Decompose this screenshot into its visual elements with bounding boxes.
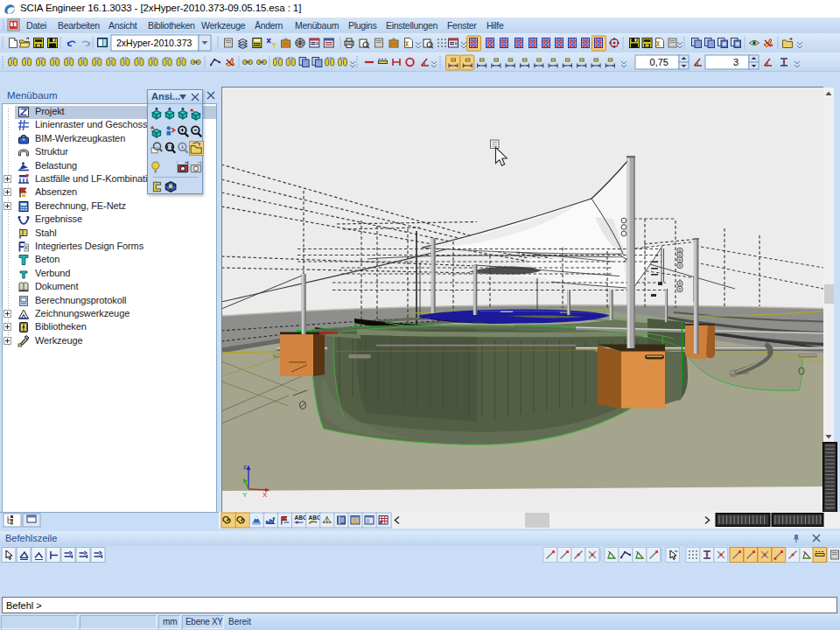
svg-text:z: z — [243, 463, 247, 471]
svg-text:2xHyper-2010.373: 2xHyper-2010.373 — [116, 38, 192, 48]
svg-text:ABC: ABC — [295, 514, 307, 521]
svg-text:Y: Y — [242, 491, 248, 499]
svg-text:0,75: 0,75 — [650, 57, 668, 67]
svg-text:3: 3 — [733, 57, 738, 67]
svg-text:X: X — [262, 491, 268, 499]
svg-text:ABC: ABC — [309, 514, 321, 521]
